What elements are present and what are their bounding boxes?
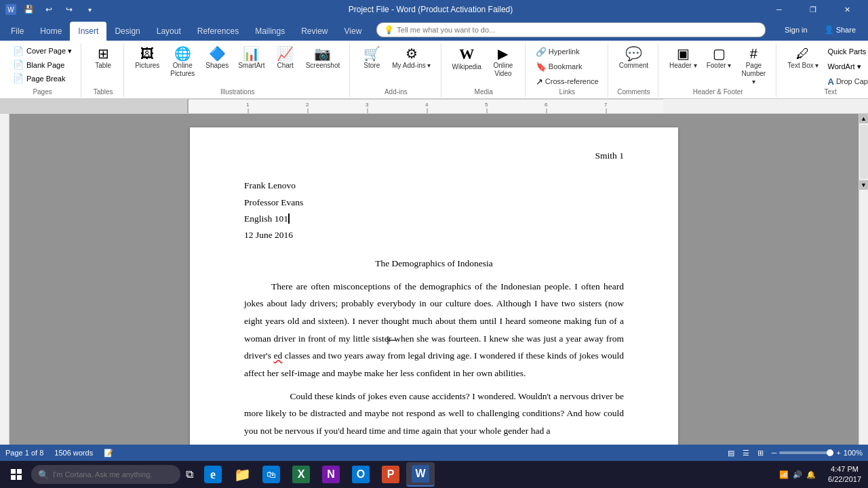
smartart-button[interactable]: 📊 SmartArt bbox=[234, 45, 269, 72]
web-layout-view[interactable]: ☰ bbox=[740, 447, 752, 459]
pictures-button[interactable]: 🖼 Pictures bbox=[131, 45, 163, 72]
minimize-button[interactable]: ─ bbox=[764, 0, 795, 19]
tab-insert[interactable]: Insert bbox=[70, 22, 106, 41]
scroll-down-button[interactable]: ▼ bbox=[859, 180, 869, 190]
zoom-in-button[interactable]: + bbox=[836, 449, 840, 457]
tab-review[interactable]: Review bbox=[293, 22, 336, 41]
read-mode-view[interactable]: ⊞ bbox=[755, 447, 766, 459]
status-bar: Page 1 of 8 1506 words 📝 ▤ ☰ ⊞ ─ + 100% bbox=[0, 445, 868, 461]
taskbar-store[interactable]: 🛍 bbox=[257, 462, 285, 487]
drop-cap-button[interactable]: ADrop Cap ▾ bbox=[824, 75, 868, 88]
volume-icon[interactable]: 🔊 bbox=[793, 470, 802, 479]
zoom-out-button[interactable]: ─ bbox=[772, 449, 777, 457]
taskbar-powerpoint[interactable]: P bbox=[376, 462, 405, 487]
ribbon-group-text: 🖊 Text Box ▾ Quick Parts ▾ WordArt ▾ ADr… bbox=[778, 43, 868, 97]
svg-rect-19 bbox=[11, 469, 16, 474]
tab-mailings[interactable]: Mailings bbox=[247, 22, 293, 41]
chart-button[interactable]: 📈 Chart bbox=[271, 45, 300, 72]
wordart-button[interactable]: WordArt ▾ bbox=[824, 60, 868, 73]
undo-button[interactable]: ↩ bbox=[41, 1, 57, 18]
word-count: 1506 words bbox=[54, 449, 93, 457]
save-button[interactable]: 💾 bbox=[20, 1, 37, 18]
taskbar-word[interactable]: W bbox=[406, 462, 435, 487]
comment-button[interactable]: 💬 Comment bbox=[615, 45, 652, 72]
ribbon-group-links: 🔗Hyperlink 🔖Bookmark ↗Cross-reference Li… bbox=[527, 43, 608, 97]
title-bar-title: Project File - Word (Product Activation … bbox=[98, 5, 764, 14]
print-layout-view[interactable]: ▤ bbox=[725, 447, 737, 459]
page-indicator: Page 1 of 8 bbox=[5, 449, 43, 457]
cortana-search[interactable]: 🔍 bbox=[31, 465, 180, 484]
restore-button[interactable]: ❐ bbox=[797, 0, 829, 19]
cursor-indicator bbox=[387, 335, 400, 351]
start-button[interactable] bbox=[3, 461, 30, 488]
proofing-icon[interactable]: 📝 bbox=[104, 449, 113, 458]
table-button[interactable]: ⊞ Table bbox=[88, 45, 118, 72]
vertical-scrollbar[interactable]: ▲ ▼ bbox=[859, 114, 868, 445]
cover-page-button[interactable]: 📄Cover Page ▾ bbox=[9, 45, 75, 58]
taskbar-excel[interactable]: X bbox=[287, 462, 315, 487]
cross-reference-button[interactable]: ↗Cross-reference bbox=[532, 75, 602, 88]
page-header: Smith 1 bbox=[244, 148, 624, 164]
tab-file[interactable]: File bbox=[3, 22, 32, 41]
wikipedia-button[interactable]: W Wikipedia bbox=[448, 45, 486, 73]
svg-text:2: 2 bbox=[306, 102, 309, 108]
footer-button[interactable]: ▢ Footer ▾ bbox=[703, 45, 736, 72]
share-button[interactable]: 👤 Share bbox=[818, 23, 861, 37]
tables-group-label: Tables bbox=[94, 88, 113, 97]
document-area: Smith 1 Frank Lenovo Professor Evans Eng… bbox=[0, 114, 868, 445]
task-view-button[interactable]: ⧉ bbox=[182, 462, 197, 487]
network-icon[interactable]: 📶 bbox=[779, 470, 789, 479]
ribbon-group-header-footer: ▣ Header ▾ ▢ Footer ▾ # Page Number ▾ He… bbox=[660, 43, 776, 97]
screenshot-button[interactable]: 📷 Screenshot bbox=[302, 45, 344, 72]
page-number-button[interactable]: # Page Number ▾ bbox=[736, 45, 770, 88]
zoom-slider[interactable] bbox=[779, 451, 833, 454]
online-pictures-button[interactable]: 🌐 Online Pictures bbox=[165, 45, 200, 80]
document-content[interactable]: Smith 1 Frank Lenovo Professor Evans Eng… bbox=[9, 114, 859, 445]
ribbon-group-pages: 📄Cover Page ▾ 📄Blank Page 📄Page Break Pa… bbox=[4, 43, 81, 97]
scroll-up-button[interactable]: ▲ bbox=[859, 114, 869, 123]
tell-me-search[interactable]: 💡 bbox=[376, 22, 766, 37]
svg-text:1: 1 bbox=[246, 102, 250, 108]
spelling-error-ed: ed bbox=[273, 350, 282, 361]
tab-home[interactable]: Home bbox=[32, 22, 70, 41]
tab-design[interactable]: Design bbox=[106, 22, 148, 41]
cortana-input[interactable] bbox=[53, 470, 155, 479]
bookmark-button[interactable]: 🔖Bookmark bbox=[532, 60, 602, 73]
tab-view[interactable]: View bbox=[336, 22, 370, 41]
illustrations-group-label: Illustrations bbox=[220, 88, 255, 97]
tab-layout[interactable]: Layout bbox=[149, 22, 189, 41]
tell-me-input[interactable] bbox=[397, 26, 519, 34]
quick-parts-button[interactable]: Quick Parts ▾ bbox=[824, 45, 868, 58]
sign-in-button[interactable]: Sign in bbox=[778, 24, 814, 36]
close-button[interactable]: ✕ bbox=[831, 0, 863, 19]
notification-icon[interactable]: 🔔 bbox=[806, 470, 816, 479]
system-clock[interactable]: 4:47 PM 6/22/2017 bbox=[824, 464, 865, 485]
taskbar-outlook[interactable]: O bbox=[347, 462, 375, 487]
tab-references[interactable]: References bbox=[189, 22, 247, 41]
word-title-icon: W bbox=[5, 4, 16, 15]
taskbar-onenote[interactable]: N bbox=[317, 462, 345, 487]
redo-button[interactable]: ↪ bbox=[61, 1, 77, 18]
hyperlink-button[interactable]: 🔗Hyperlink bbox=[532, 45, 602, 58]
header-button[interactable]: ▣ Header ▾ bbox=[665, 45, 701, 72]
blank-page-button[interactable]: 📄Blank Page bbox=[9, 58, 75, 71]
ribbon: File Home Insert Design Layout Reference… bbox=[0, 19, 868, 99]
ribbon-group-addins: 🛒 Store ⚙ My Add-ins ▾ Add-ins bbox=[351, 43, 441, 97]
svg-text:6: 6 bbox=[545, 102, 548, 108]
course-line: English 101 bbox=[244, 211, 624, 227]
customize-qat-button[interactable]: ▾ bbox=[81, 1, 98, 18]
text-box-button[interactable]: 🖊 Text Box ▾ bbox=[783, 45, 823, 72]
text-group-label: Text bbox=[825, 88, 837, 97]
comments-group-label: Comments bbox=[617, 88, 650, 97]
scroll-thumb[interactable] bbox=[860, 125, 868, 179]
document-page[interactable]: Smith 1 Frank Lenovo Professor Evans Eng… bbox=[190, 127, 678, 445]
store-button[interactable]: 🛒 Store bbox=[357, 45, 387, 72]
taskbar-edge[interactable]: e bbox=[199, 462, 227, 487]
svg-text:7: 7 bbox=[604, 102, 608, 108]
online-video-button[interactable]: ▶ Online Video bbox=[487, 45, 519, 80]
page-break-button[interactable]: 📄Page Break bbox=[9, 72, 75, 85]
status-left: Page 1 of 8 1506 words 📝 bbox=[5, 449, 113, 458]
shapes-button[interactable]: 🔷 Shapes bbox=[201, 45, 233, 72]
taskbar-file-explorer[interactable]: 📁 bbox=[229, 462, 256, 487]
my-addins-button[interactable]: ⚙ My Add-ins ▾ bbox=[388, 45, 435, 72]
